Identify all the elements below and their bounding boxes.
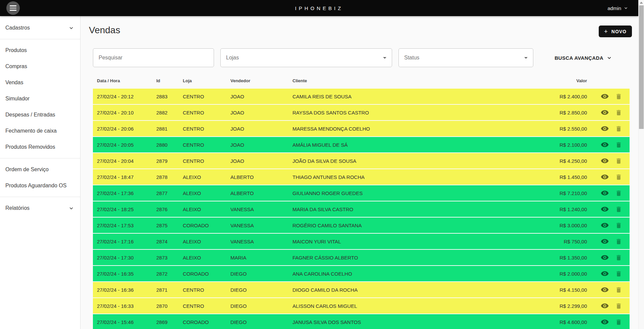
eye-icon — [601, 173, 609, 181]
sidebar-item-label: Cadastros — [5, 25, 30, 31]
cell-loja: CENTRO — [183, 303, 230, 309]
sidebar-item-compras[interactable]: Compras — [0, 58, 80, 75]
view-button[interactable] — [601, 205, 609, 213]
view-button[interactable] — [601, 237, 609, 245]
row-actions — [587, 141, 630, 149]
delete-button[interactable] — [614, 270, 623, 278]
cell-datetime: 27/02/24 - 18:47 — [97, 174, 156, 180]
lojas-placeholder: Lojas — [226, 55, 239, 61]
cell-valor: R$ 2.299,00 — [537, 303, 587, 309]
view-button[interactable] — [601, 286, 609, 294]
sidebar-item-label: Produtos — [5, 47, 27, 53]
delete-button[interactable] — [614, 253, 623, 262]
sidebar-item-simulador[interactable]: Simulador — [0, 91, 80, 107]
cell-valor: R$ 2.550,00 — [537, 126, 587, 132]
delete-button[interactable] — [614, 318, 623, 326]
page-scrollbar[interactable] — [638, 0, 644, 329]
search-input[interactable] — [93, 48, 214, 67]
cell-cliente: DIOGO CAMILO DA ROCHA — [292, 287, 537, 293]
cell-cliente: ANA CAROLINA COELHO — [292, 271, 537, 277]
cell-cliente: CAMILA REIS DE SOUSA — [292, 94, 537, 99]
cell-id: 2880 — [156, 142, 183, 148]
advanced-search-button[interactable]: BUSCA AVANÇADA — [554, 55, 612, 61]
sidebar-item-label: Vendas — [5, 80, 23, 86]
page-title: Vendas — [89, 25, 632, 36]
table-row: 27/02/24 - 15:46 2869 COROADO DIEGO JANU… — [93, 314, 630, 329]
sidebar-item-vendas[interactable]: Vendas — [0, 75, 80, 91]
status-select[interactable]: Status — [398, 48, 533, 67]
scrollbar-thumb[interactable] — [639, 5, 644, 129]
trash-icon — [615, 286, 622, 293]
table-row: 27/02/24 - 18:47 2878 ALEIXO ALBERTO THI… — [93, 169, 630, 185]
delete-button[interactable] — [614, 173, 623, 181]
delete-button[interactable] — [614, 221, 623, 229]
chevron-down-icon — [624, 6, 628, 10]
view-button[interactable] — [601, 157, 609, 165]
view-button[interactable] — [601, 173, 609, 181]
hamburger-icon — [10, 5, 16, 6]
sidebar-item-despesas-entradas[interactable]: Despesas / Entradas — [0, 107, 80, 123]
delete-button[interactable] — [614, 302, 623, 310]
delete-button[interactable] — [614, 125, 623, 133]
cell-cliente: JANUSA SILVA DOS SANTOS — [292, 319, 537, 325]
trash-icon — [615, 141, 622, 148]
view-button[interactable] — [601, 270, 609, 278]
main-content: Vendas + NOVO Lojas Status BUSCA AVANÇAD… — [80, 16, 638, 329]
sidebar-item-label: Despesas / Entradas — [5, 112, 55, 118]
view-button[interactable] — [601, 189, 609, 197]
cell-loja: ALEIXO — [183, 174, 230, 180]
view-button[interactable] — [601, 221, 609, 229]
sidebar-item-relatorios[interactable]: Relatórios — [0, 200, 80, 216]
cell-valor: R$ 2.400,00 — [537, 94, 587, 99]
hamburger-menu-button[interactable] — [6, 1, 20, 15]
sidebar-divider — [0, 158, 80, 158]
cell-vendedor: MARIA — [230, 255, 292, 261]
view-button[interactable] — [601, 125, 609, 133]
sidebar-item-fechamento-de-caixa[interactable]: Fechamento de caixa — [0, 123, 80, 139]
view-button[interactable] — [601, 108, 609, 116]
view-button[interactable] — [601, 318, 609, 326]
table-body: 27/02/24 - 20:12 2883 CENTRO JOAO CAMILA… — [93, 89, 630, 329]
cell-valor: R$ 4.150,00 — [537, 287, 587, 293]
sidebar-item-produtos-removidos[interactable]: Produtos Removidos — [0, 139, 80, 155]
cell-id: 2871 — [156, 287, 183, 293]
sidebar-item-produtos[interactable]: Produtos — [0, 42, 80, 58]
cell-cliente: FAGNER CÁSSIO ALBERTO — [292, 255, 537, 261]
row-actions — [587, 189, 630, 197]
lojas-select[interactable]: Lojas — [220, 48, 392, 67]
delete-button[interactable] — [614, 157, 623, 165]
delete-button[interactable] — [614, 237, 623, 245]
view-button[interactable] — [601, 302, 609, 310]
cell-datetime: 27/02/24 - 15:46 — [97, 319, 156, 325]
cell-cliente: RAYSSA DOS SANTOS CASTRO — [292, 110, 537, 115]
table-header: Data / Hora Id Loja Vendedor Cliente Val… — [93, 73, 630, 89]
view-button[interactable] — [601, 253, 609, 262]
delete-button[interactable] — [614, 286, 623, 294]
column-header-vendedor: Vendedor — [230, 78, 292, 83]
cell-vendedor: DIEGO — [230, 287, 292, 293]
delete-button[interactable] — [614, 108, 623, 116]
delete-button[interactable] — [614, 92, 623, 100]
cell-datetime: 27/02/24 - 20:12 — [97, 94, 156, 99]
user-name: admin — [607, 5, 621, 11]
user-menu[interactable]: admin — [607, 5, 628, 11]
app-title: IPHONEBIZ — [295, 5, 343, 11]
trash-icon — [615, 174, 622, 181]
delete-button[interactable] — [614, 205, 623, 213]
cell-loja: ALEIXO — [183, 206, 230, 212]
view-button[interactable] — [601, 141, 609, 149]
table-row: 27/02/24 - 20:05 2880 CENTRO JOAO AMÁLIA… — [93, 137, 630, 152]
delete-button[interactable] — [614, 141, 623, 149]
new-button[interactable]: + NOVO — [599, 26, 632, 37]
scroll-up-arrow-icon[interactable] — [640, 2, 643, 4]
sidebar-item-produtos-aguardando-os[interactable]: Produtos Aguardando OS — [0, 178, 80, 194]
table-row: 27/02/24 - 16:35 2872 COROADO DIEGO ANA … — [93, 266, 630, 281]
table-row: 27/02/24 - 17:16 2874 ALEIXO VANESSA MAI… — [93, 234, 630, 249]
dropdown-arrow-icon — [524, 57, 528, 59]
sidebar-item-ordem-de-servico[interactable]: Ordem de Serviço — [0, 161, 80, 178]
cell-cliente: MARIA DA SILVA CASTRO — [292, 206, 537, 212]
view-button[interactable] — [601, 92, 609, 100]
delete-button[interactable] — [614, 189, 623, 197]
cell-vendedor: JOAO — [230, 110, 292, 115]
sidebar-item-cadastros[interactable]: Cadastros — [0, 20, 80, 36]
